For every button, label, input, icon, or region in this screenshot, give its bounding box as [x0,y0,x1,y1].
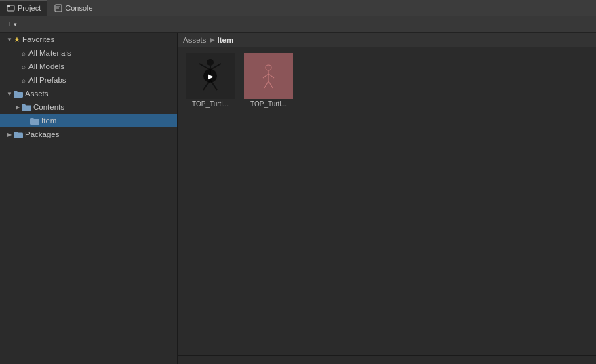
asset-thumb-texture [244,53,293,99]
breadcrumb-separator: ▶ [210,36,215,43]
sidebar-item-item[interactable]: Item [0,114,177,127]
spacer-arrow2 [14,62,22,70]
play-icon: ▶ [208,73,214,80]
folder-icon-packages [14,131,23,138]
sidebar: ▼ ★ Favorites ⌕ All Materials ⌕ All Mode… [0,33,178,364]
favorites-section: ▼ ★ Favorites ⌕ All Materials ⌕ All Mode… [0,33,177,87]
packages-arrow: ▶ [5,130,14,138]
assets-arrow: ▼ [5,89,14,98]
console-icon [54,4,62,12]
all-prefabs-label: All Prefabs [28,76,66,84]
packages-label: Packages [25,130,60,138]
play-overlay: ▶ [203,69,217,83]
favorites-arrow: ▼ [5,35,14,43]
assets-grid: ▶ TOP_Turtl... [178,47,596,355]
sidebar-item-packages[interactable]: ▶ Packages [0,127,177,141]
folder-icon-contents [22,104,31,111]
favorites-label: Favorites [22,35,54,43]
spacer-item [22,117,30,125]
search-icon-models: ⌕ [22,63,26,70]
asset-thumb-animation: ▶ [186,53,235,99]
tab-console[interactable]: Console [47,0,99,16]
add-icon: + [7,19,12,29]
add-dropdown-icon: ▾ [14,21,17,28]
sidebar-item-all-models[interactable]: ⌕ All Models [0,60,177,73]
all-materials-label: All Materials [28,49,71,57]
contents-arrow: ▶ [14,103,22,111]
item-label: Item [41,117,56,125]
breadcrumb-item[interactable]: Item [218,36,234,44]
project-icon [7,4,15,12]
asset-label-texture: TOP_Turtl... [244,100,293,108]
assets-section: ▼ Assets ▶ Contents Item [0,87,177,127]
spacer-arrow3 [14,76,22,84]
star-icon: ★ [14,35,20,44]
texture-preview [244,53,293,99]
breadcrumb: Assets ▶ Item [178,33,596,47]
sidebar-item-contents[interactable]: ▶ Contents [0,100,177,114]
search-icon-materials: ⌕ [22,49,26,57]
main-content: ▼ ★ Favorites ⌕ All Materials ⌕ All Mode… [0,33,596,364]
packages-section: ▶ Packages [0,127,177,141]
bottom-bar [178,355,596,364]
spacer-arrow [14,49,22,57]
asset-item-texture[interactable]: TOP_Turtl... [241,53,296,108]
breadcrumb-assets[interactable]: Assets [183,36,207,44]
file-browser: Assets ▶ Item [178,33,596,364]
folder-icon-assets [14,90,23,98]
tab-bar: Project Console [0,0,596,16]
svg-point-6 [207,59,214,66]
contents-label: Contents [33,103,64,111]
folder-icon-item [30,117,39,125]
all-models-label: All Models [28,62,64,70]
asset-label-animation: TOP_Turtl... [186,100,235,108]
sidebar-item-all-prefabs[interactable]: ⌕ All Prefabs [0,73,177,87]
assets-label: Assets [25,89,49,98]
sidebar-item-all-materials[interactable]: ⌕ All Materials [0,46,177,60]
sidebar-item-assets[interactable]: ▼ Assets [0,87,177,100]
svg-rect-1 [7,5,10,7]
tab-project-label: Project [18,4,41,12]
asset-item-animation[interactable]: ▶ TOP_Turtl... [183,53,237,108]
toolbar: + ▾ [0,16,596,33]
search-icon-prefabs: ⌕ [22,77,26,84]
sidebar-item-favorites[interactable]: ▼ ★ Favorites [0,33,177,46]
add-button[interactable]: + ▾ [3,18,21,31]
tab-console-label: Console [65,4,92,12]
tab-project[interactable]: Project [0,0,47,16]
